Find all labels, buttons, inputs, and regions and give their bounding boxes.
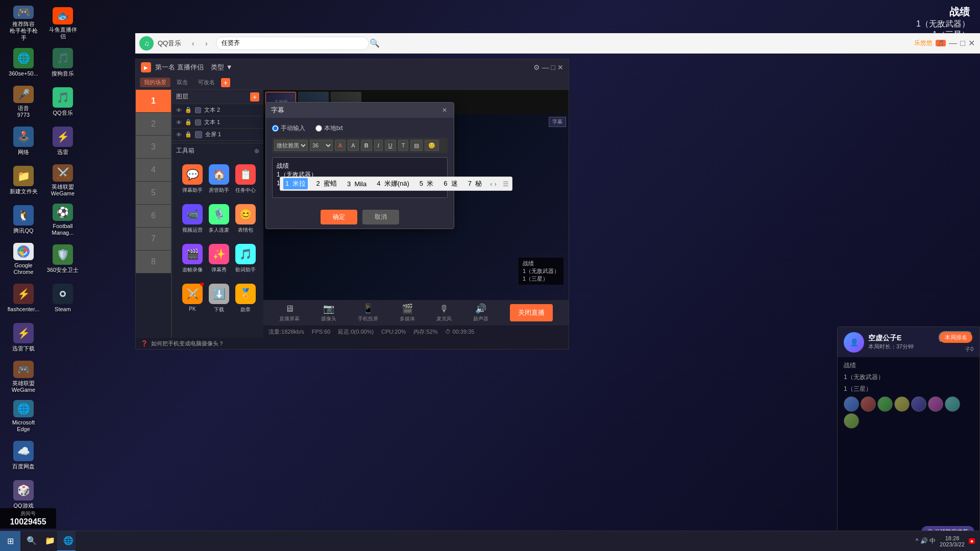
app-maximize-button[interactable]: □ [551, 63, 555, 71]
toolbox-more-button[interactable]: ⊕ [254, 147, 259, 155]
ime-candidate-3[interactable]: 3 Mila [345, 179, 369, 189]
ime-candidate-2[interactable]: 2 蜜蜡 [314, 178, 338, 189]
music-close-button[interactable]: ✕ [968, 38, 975, 48]
emoji-btn[interactable]: 😊 [425, 140, 439, 151]
layer-item-text1[interactable]: 👁 🔒 文本 1 [172, 116, 263, 129]
notification-badge[interactable]: ● [969, 538, 975, 544]
tool-media[interactable]: 🎬 多媒体 [400, 303, 415, 322]
ime-candidate-1[interactable]: 1 米拉 [283, 178, 308, 189]
nav-forward-button[interactable]: › [201, 38, 212, 49]
tab-my-scenes[interactable]: 我的场景 [140, 78, 170, 87]
tool-speaker[interactable]: 🔊 扬声器 [473, 303, 488, 322]
search-button[interactable]: 🔍 [369, 38, 380, 49]
tool-screen[interactable]: 🖥 直播屏幕 [279, 304, 300, 322]
start-button[interactable]: ⊞ [0, 531, 20, 552]
taskbar-browser[interactable]: 🌐 [57, 531, 76, 552]
tool-record[interactable]: 🎬 追帧录像 [180, 240, 205, 278]
radio-manual-input[interactable] [272, 125, 279, 132]
desktop-icon-netdisk[interactable]: ☁️ 百度网盘 [5, 437, 42, 474]
tool-mic[interactable]: 🎙 麦克风 [436, 304, 452, 322]
tool-video[interactable]: 📹 视频运营 [180, 200, 205, 238]
scene-5-button[interactable]: 5 [136, 182, 171, 205]
ime-candidate-5[interactable]: 5 米 [418, 178, 435, 189]
confirm-button[interactable]: 确定 [321, 210, 357, 224]
tool-emoji[interactable]: 😊 表情包 [233, 200, 258, 238]
go-live-button[interactable]: 关闭直播 [510, 304, 553, 321]
tool-danmu[interactable]: 💬 弹幕助手 [180, 160, 205, 198]
tool-camera[interactable]: 📷 摄像头 [321, 303, 336, 322]
desktop-icon-qqmusic[interactable]: 🎵 QQ音乐 [44, 84, 81, 120]
settings-button[interactable]: ⚙ [533, 63, 540, 71]
ime-candidate-4[interactable]: 4 米娜(nà) [375, 178, 411, 189]
bold-btn[interactable]: B [361, 140, 372, 151]
desktop-icon-wangyu[interactable]: 🕹️ 网络 [5, 123, 42, 160]
tool-download[interactable]: ⬇️ 下载 [207, 280, 231, 317]
layer-item-text2[interactable]: 👁 🔒 文本 2 [172, 104, 263, 116]
desktop-icon-360se[interactable]: 🌐 360se+50... [5, 44, 42, 81]
color-btn[interactable]: A [335, 140, 346, 151]
align-btn[interactable]: ▤ [410, 140, 423, 151]
desktop-icon-flash[interactable]: ⚡ flashcenter... [5, 280, 42, 317]
cancel-button[interactable]: 取消 [362, 210, 399, 224]
tool-medal[interactable]: 🏅 勋章 [233, 280, 258, 317]
scene-6-button[interactable]: 6 [136, 205, 171, 228]
desktop-icon-folder[interactable]: 📁 新建文件夹 [5, 162, 42, 199]
add-layer-button[interactable]: + [250, 92, 259, 102]
ime-menu-button[interactable]: ☰ [503, 180, 509, 188]
desktop-icon-chrome[interactable]: Google Chrome [5, 241, 42, 278]
desktop-icon-edge[interactable]: 🌐 Microsoft Edge [5, 398, 42, 435]
tab-double[interactable]: 双击 [173, 78, 192, 87]
text-style-btn[interactable]: T [398, 140, 409, 151]
font-size-select[interactable]: 36 [310, 140, 333, 151]
desktop-icon-douyu[interactable]: 🐟 斗鱼直播伴侣 [44, 5, 81, 42]
desktop-icon-football[interactable]: ⚽ Football Manag... [44, 202, 81, 238]
desktop-icon-qq[interactable]: 🐧 腾讯QQ [5, 202, 42, 238]
music-minimize-button[interactable]: — [949, 39, 957, 48]
ime-prev-button[interactable]: ‹ [490, 180, 492, 188]
tool-pk[interactable]: ⚔️ PK [180, 280, 205, 317]
ime-candidate-6[interactable]: 6 迷 [442, 178, 459, 189]
desktop-icon-shousou[interactable]: 🎵 搜狗音乐 [44, 44, 81, 81]
scene-1-button[interactable]: 1 [136, 90, 171, 113]
scene-8-button[interactable]: 8 [136, 251, 171, 273]
radio-local-input[interactable] [315, 125, 322, 132]
ime-candidate-7[interactable]: 7 秘 [466, 178, 484, 189]
scene-4-button[interactable]: 4 [136, 159, 171, 182]
add-scene-button[interactable]: + [221, 78, 230, 87]
italic-btn[interactable]: I [374, 140, 383, 151]
tool-phone[interactable]: 📱 手机投屏 [358, 303, 378, 322]
tab-editable[interactable]: 可改名 [194, 78, 219, 87]
desktop-icon-yuyin[interactable]: 🎤 语音9773 [5, 84, 42, 120]
scene-2-button[interactable]: 2 [136, 113, 171, 136]
desktop-icon-wegame[interactable]: 🎮 英雄联盟WeGame [5, 359, 42, 395]
tool-danmu-show[interactable]: ✨ 弹幕秀 [207, 240, 231, 278]
color-bg-btn[interactable]: A [348, 140, 358, 151]
desktop-icon-tuijian[interactable]: 🎮 推荐阵容枪手枪手枪手 [5, 5, 42, 42]
scene-7-button[interactable]: 7 [136, 228, 171, 251]
desktop-icon-360safe[interactable]: 🛡️ 360安全卫士 [44, 241, 81, 278]
tool-task[interactable]: 📋 任务中心 [233, 160, 258, 198]
desktop-icon-hero[interactable]: ⚔️ 英雄联盟WeGame [44, 162, 81, 199]
desktop-icon-xd[interactable]: ⚡ 迅雷 [44, 123, 81, 160]
taskbar-files[interactable]: 📁 [39, 531, 57, 552]
nav-back-button[interactable]: ‹ [187, 38, 199, 49]
tool-lyrics[interactable]: 🎵 歌词助手 [233, 240, 258, 278]
app-minimize-button[interactable]: — [542, 63, 549, 71]
app-close-button[interactable]: ✕ [557, 63, 564, 71]
tool-multi[interactable]: 🎙️ 多人连麦 [207, 200, 231, 238]
layer-item-fullscreen[interactable]: 👁 🔒 全屏 1 [172, 129, 263, 141]
taskbar-search[interactable]: 🔍 [20, 531, 39, 552]
this-session-button[interactable]: 本局排名 [939, 331, 973, 344]
tool-room[interactable]: 🏠 房管助手 [207, 160, 231, 198]
desktop-icon-thunder[interactable]: ⚡ 迅雷下载 [5, 319, 42, 356]
ime-next-button[interactable]: › [495, 180, 497, 188]
font-family-select[interactable]: 微软雅黑 [274, 140, 308, 151]
dialog-close-button[interactable]: ✕ [440, 106, 449, 114]
scene-3-button[interactable]: 3 [136, 136, 171, 159]
radio-manual-option[interactable]: 手动输入 [272, 124, 305, 133]
music-maximize-button[interactable]: □ [960, 39, 965, 48]
qq-music-search-input[interactable] [216, 37, 369, 50]
radio-local-option[interactable]: 本地txt [315, 124, 343, 133]
underline-btn[interactable]: U [385, 140, 396, 151]
desktop-icon-steam[interactable]: Steam [44, 280, 81, 317]
